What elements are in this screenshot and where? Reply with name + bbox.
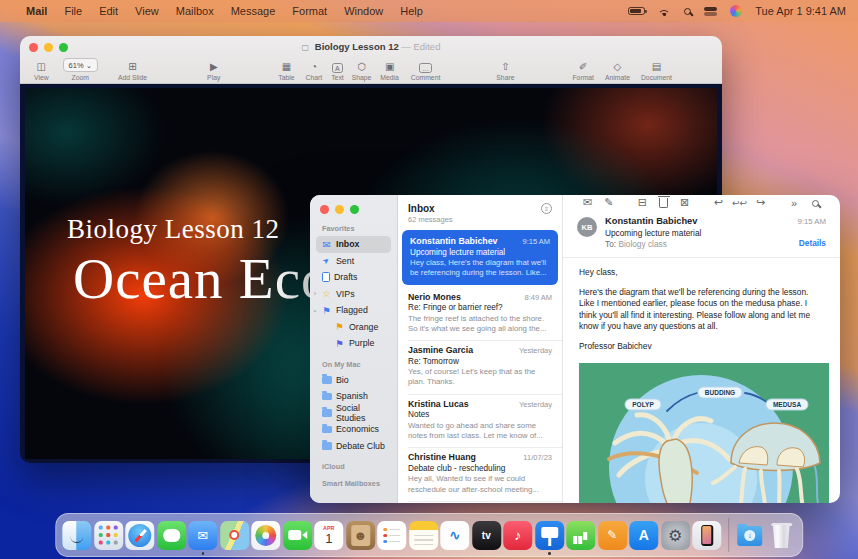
compose-icon[interactable]: ✎ — [598, 196, 619, 209]
sidebar-item-purple[interactable]: ⚑Purple — [316, 335, 391, 352]
keynote-tool-media[interactable]: ▣Media — [380, 60, 399, 81]
sidebar-item-label: Purple — [349, 338, 374, 348]
menu-message[interactable]: Message — [231, 5, 276, 17]
sidebar-item-label: Sent — [336, 256, 354, 266]
sidebar-item-label: VIPs — [336, 289, 355, 299]
dock-music-icon[interactable]: ♪ — [503, 521, 532, 550]
archive-icon[interactable]: ⊟ — [632, 196, 653, 209]
keynote-tool-comment[interactable]: …Comment — [411, 61, 440, 81]
message-list-item[interactable]: Konstantin Babichev9:15 AMUpcoming lectu… — [402, 230, 558, 285]
dock-facetime-icon[interactable] — [283, 521, 312, 550]
sidebar-item-vips[interactable]: ›☆VIPs — [316, 286, 391, 303]
format-icon: ✐ — [579, 60, 587, 73]
sidebar-item-sent[interactable]: ➤Sent — [316, 253, 391, 270]
dock-safari-icon[interactable] — [125, 521, 154, 550]
dock-numbers-icon[interactable] — [566, 521, 595, 550]
dock-appstore-icon[interactable]: A — [629, 521, 658, 550]
siri-icon[interactable] — [730, 5, 742, 17]
dock-contacts-icon[interactable] — [346, 521, 375, 550]
keynote-tool-format[interactable]: ✐Format — [572, 60, 594, 81]
message-list-item[interactable]: Christine Huang11/07/23Debate club - res… — [398, 447, 562, 501]
dock-trash-icon[interactable] — [767, 521, 796, 550]
message-list-item[interactable]: Jasmine GarciaYesterdayRe: TomorrowYes, … — [398, 340, 562, 394]
zoom-button[interactable] — [350, 205, 359, 214]
battery-icon[interactable] — [628, 7, 645, 15]
menu-view[interactable]: View — [135, 5, 159, 17]
keynote-tool-add-slide[interactable]: ⊞Add Slide — [118, 60, 147, 81]
trash-icon[interactable] — [653, 195, 674, 210]
dock-freeform-icon[interactable]: ∿ — [440, 521, 469, 550]
dock-iphone-icon[interactable] — [692, 521, 721, 550]
keynote-tool-play[interactable]: ▶Play — [207, 60, 220, 81]
dock-notes-icon[interactable] — [409, 521, 438, 550]
menu-format[interactable]: Format — [292, 5, 327, 17]
wifi-icon[interactable] — [658, 6, 671, 16]
running-indicator — [548, 552, 551, 555]
menu-help[interactable]: Help — [400, 5, 423, 17]
chevron-right-icon[interactable]: › — [312, 290, 318, 297]
folder-icon — [322, 393, 332, 401]
reply-icon[interactable]: ↩ — [708, 196, 729, 209]
menu-window[interactable]: Window — [344, 5, 383, 17]
zoom-level-value[interactable]: 61% ⌄ — [63, 58, 98, 72]
dock-maps-icon[interactable] — [220, 521, 249, 550]
control-center-icon[interactable] — [704, 7, 717, 16]
junk-icon[interactable]: ⊠ — [674, 196, 695, 209]
folder-icon — [322, 442, 332, 450]
sidebar-item-drafts[interactable]: Drafts — [316, 269, 391, 286]
dock-calendar-icon[interactable]: APR1 — [314, 521, 343, 550]
dock-mail-icon[interactable]: ✉ — [188, 521, 217, 550]
menu-edit[interactable]: Edit — [99, 5, 118, 17]
slide-kicker-text[interactable]: Biology Lesson 12 — [67, 214, 280, 245]
dock-finder-icon[interactable] — [62, 521, 91, 550]
keynote-tool-zoom[interactable]: 61% ⌄Zoom — [63, 58, 98, 81]
spotlight-search-icon[interactable] — [684, 8, 691, 15]
sidebar-item-label: Inbox — [336, 239, 359, 249]
dock-keynote-icon[interactable] — [535, 521, 564, 550]
jellyfish-lifecycle-diagram[interactable]: POLYP BUDDING MEDUSA — [579, 363, 829, 503]
keynote-tool-chart[interactable]: ◔Chart — [306, 60, 323, 81]
message-list-item[interactable]: Darla Davidson11/05/23Tomorrow's classAs… — [398, 501, 562, 503]
close-button[interactable] — [320, 205, 329, 214]
keynote-tool-view[interactable]: ◫View — [34, 60, 49, 81]
sidebar-item-flagged[interactable]: ⌄⚑Flagged — [316, 302, 391, 319]
chevron-down-icon[interactable]: ⌄ — [312, 306, 318, 314]
message-list-item[interactable]: Kristina LucasYesterdayNotesWanted to go… — [398, 394, 562, 448]
message-list-item[interactable]: Nerio Mones8:49 AMRe: Fringe or barrier … — [398, 287, 562, 341]
reply-all-icon[interactable]: ↩↩ — [729, 198, 750, 208]
dock-photos-icon[interactable] — [251, 521, 280, 550]
dock-reminders-icon[interactable] — [377, 521, 406, 550]
dock-messages-icon[interactable] — [157, 521, 186, 550]
sidebar-item-debate-club[interactable]: Debate Club — [316, 438, 391, 455]
menu-mailbox[interactable]: Mailbox — [176, 5, 214, 17]
dock-pages-icon[interactable]: ✎ — [598, 521, 627, 550]
search-icon[interactable] — [805, 197, 826, 209]
sidebar-item-bio[interactable]: Bio — [316, 372, 391, 389]
keynote-tool-shape[interactable]: ⬡Shape — [352, 60, 372, 81]
filter-icon[interactable]: ≡ — [541, 203, 552, 214]
keynote-tool-share[interactable]: ⇧Share — [496, 60, 514, 81]
more-icon[interactable]: » — [784, 197, 805, 209]
get-mail-icon[interactable]: ✉ — [577, 196, 598, 209]
recipient-line: To: Biology class — [605, 239, 797, 249]
details-link[interactable]: Details — [797, 238, 826, 248]
sidebar-item-inbox[interactable]: ✉Inbox — [316, 236, 391, 253]
dock-appletv-icon[interactable]: tv — [472, 521, 501, 550]
menu-file[interactable]: File — [64, 5, 82, 17]
dock-downloads-icon[interactable]: ↓ — [735, 521, 764, 550]
forward-icon[interactable]: ↪ — [750, 196, 771, 209]
menu-mail[interactable]: Mail — [26, 5, 47, 17]
sidebar-item-economics[interactable]: Economics — [316, 421, 391, 438]
sidebar-item-social-studies[interactable]: Social Studies — [316, 405, 391, 422]
keynote-tool-table[interactable]: ▦Table — [278, 60, 294, 81]
keynote-tool-label: Comment — [411, 74, 440, 81]
mailbox-title: Inbox — [408, 203, 453, 214]
dock-settings-icon[interactable]: ⚙ — [661, 521, 690, 550]
sidebar-item-orange[interactable]: ⚑Orange — [316, 319, 391, 336]
minimize-button[interactable] — [335, 205, 344, 214]
keynote-tool-animate[interactable]: ◇Animate — [605, 60, 630, 81]
dock-launchpad-icon[interactable] — [94, 521, 123, 550]
keynote-tool-document[interactable]: ▤Document — [641, 60, 672, 81]
keynote-tool-text[interactable]: AText — [331, 61, 343, 81]
menu-bar-clock[interactable]: Tue Apr 1 9:41 AM — [755, 5, 846, 17]
